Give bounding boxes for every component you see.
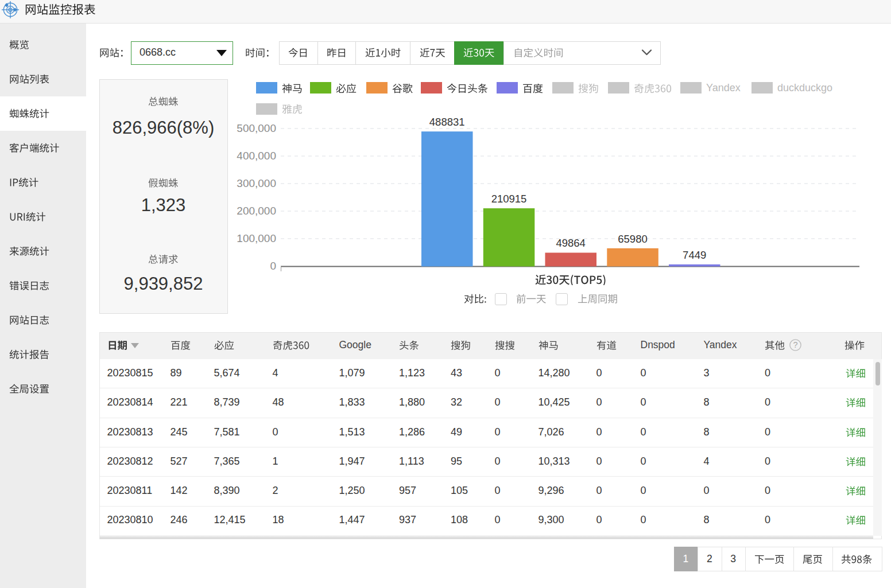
svg-text:?: ? (793, 341, 797, 350)
